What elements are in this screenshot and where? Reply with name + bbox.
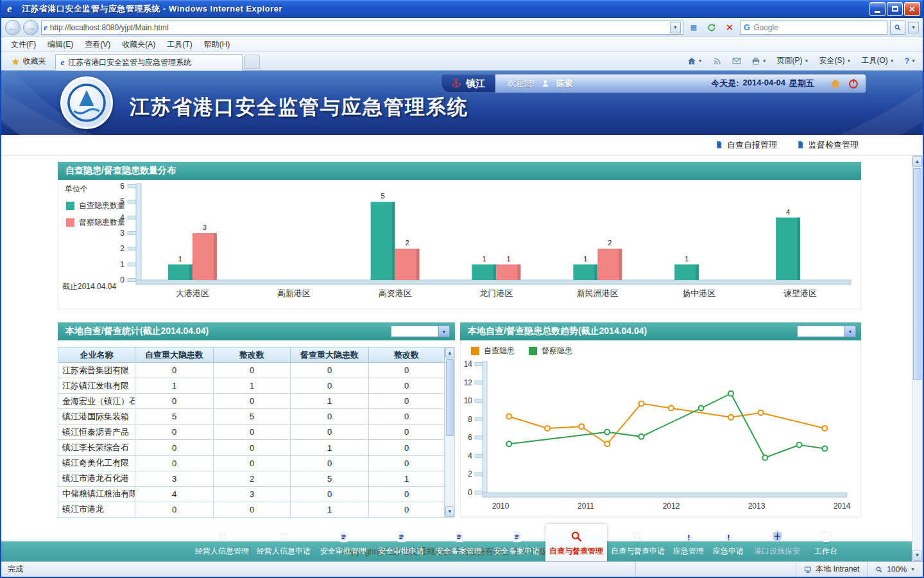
nav-safety-record-apply[interactable]: 安全备案申请 [488, 524, 545, 561]
table-row[interactable]: 镇江奇美化工有限0000 [58, 455, 445, 471]
company-name-cell: 镇江港国际集装箱 [58, 409, 135, 425]
page-scrollbar[interactable]: ▲ ▼ [912, 155, 923, 561]
scroll-down-button[interactable]: ▼ [912, 550, 922, 561]
table-row[interactable]: 中储粮镇江粮油有限4300 [58, 486, 445, 502]
search-box[interactable]: G Google [740, 21, 887, 35]
tools-menu-button[interactable]: 工具(O)▼ [857, 53, 898, 69]
svg-text:8: 8 [468, 415, 472, 424]
table-scrollbar[interactable]: ▲ ▼ [445, 347, 455, 518]
nav-workbench[interactable]: 工作台 [806, 524, 846, 561]
print-button[interactable]: ▼ [747, 54, 771, 68]
read-mail-button[interactable] [728, 54, 746, 68]
nav-selfcheck-supervision-apply[interactable]: 自查与督查申请 [607, 524, 669, 561]
value-cell: 0 [135, 455, 214, 471]
value-cell: 0 [369, 378, 445, 394]
compatibility-view-button[interactable]: ▦ [686, 20, 701, 35]
close-icon: × [909, 4, 915, 13]
svg-text:1: 1 [178, 255, 182, 263]
person-icon [541, 79, 550, 88]
nav-port-facility-security[interactable]: 港口设施保安 [748, 524, 806, 561]
city-badge: 镇江 [441, 74, 495, 92]
nav-safety-approval-apply[interactable]: 安全审批申请 [372, 524, 430, 561]
value-cell: 0 [135, 440, 214, 455]
safety-menu-button[interactable]: 安全(S)▼ [815, 53, 856, 69]
logout-power-icon[interactable] [848, 78, 859, 89]
app-title: 江苏省港口安全监管与应急管理系统 [130, 94, 468, 121]
help-button[interactable]: ?▼ [900, 54, 920, 68]
svg-text:谏壁港区: 谏壁港区 [783, 288, 817, 298]
favorites-button[interactable]: ★ 收藏夹 [5, 53, 53, 69]
table-row[interactable]: 镇江港国际集装箱5500 [58, 409, 445, 425]
scrollbar-track[interactable] [912, 167, 922, 550]
home-shortcut-icon[interactable] [830, 78, 841, 89]
table-row[interactable]: 镇江市港龙0010 [58, 502, 445, 517]
nav-emergency-mgmt[interactable]: 应急管理 [669, 524, 708, 561]
svg-text:1: 1 [506, 255, 510, 263]
value-cell: 0 [369, 455, 445, 471]
window-titlebar: e 江苏省港口安全监管与应急管理系统 - Windows Internet Ex… [1, 0, 923, 18]
menu-item-tools[interactable]: 工具(T) [161, 37, 198, 52]
page-menu-button[interactable]: 页面(P)▼ [773, 53, 814, 69]
sub-nav: 自查自报管理 监督检查管理 [1, 135, 923, 155]
table-row[interactable]: 金海宏业（镇江）石0010 [58, 394, 445, 409]
company-filter-select[interactable]: ▼ [391, 326, 450, 337]
nav-safety-approval-mgmt[interactable]: 安全审批管理 [314, 524, 372, 561]
new-tab-stub[interactable] [244, 55, 260, 69]
feeds-button[interactable] [708, 54, 726, 68]
stop-button[interactable]: ✕ [722, 20, 737, 35]
close-button[interactable]: × [904, 2, 920, 16]
subnav-self-report-mgmt[interactable]: 自查自报管理 [715, 139, 777, 151]
subnav-supervision-check-mgmt[interactable]: 监督检查管理 [796, 139, 859, 151]
nav-safety-record-mgmt[interactable]: 安全备案管理 [430, 524, 488, 561]
forward-button[interactable]: → [23, 20, 38, 35]
value-cell: 0 [291, 363, 369, 378]
address-dropdown-button[interactable]: ▼ [670, 22, 681, 33]
nav-operator-info-apply[interactable]: 经营人信息申请 [253, 524, 314, 561]
search-button[interactable] [890, 21, 905, 35]
maximize-button[interactable] [887, 2, 903, 16]
table-row[interactable]: 江苏镇江发电有限1100 [58, 378, 445, 394]
zoom-control[interactable]: 100% ▼ [867, 562, 923, 577]
legend-item-selfcheck: 自查隐患数量 [66, 200, 125, 211]
refresh-button[interactable] [704, 20, 719, 35]
value-cell: 0 [369, 486, 445, 502]
app-page: 江苏省港口安全监管与应急管理系统 镇江 欢迎您! 陈俊 今天是:2014-04-… [1, 71, 923, 561]
tab-title: 江苏省港口安全监管与应急管理系统 [68, 57, 236, 68]
minimize-button[interactable] [869, 2, 886, 16]
browser-tab[interactable]: e 江苏省港口安全监管与应急管理系统 [55, 54, 243, 71]
address-bar[interactable]: e http://localhost:8080/yjpt/Main.html ▼ [41, 21, 683, 35]
trend-panel-header: 本地自查/督查隐患总数趋势(截止2014.04.04) ▼ [460, 322, 861, 340]
table-row[interactable]: 镇江李长荣综合石0010 [58, 440, 445, 455]
col-selfcheck-hazards: 自查重大隐患数 [135, 347, 214, 363]
scroll-up-button[interactable]: ▲ [445, 347, 454, 358]
trend-filter-select[interactable]: ▼ [797, 326, 856, 337]
menu-item-edit[interactable]: 编辑(E) [42, 37, 79, 52]
back-button[interactable]: ← [5, 20, 21, 35]
value-cell: 5 [214, 409, 291, 425]
svg-text:2: 2 [468, 469, 472, 478]
table-row[interactable]: 镇江恒泰沥青产品0000 [58, 425, 445, 440]
scrollbar-thumb[interactable] [913, 168, 921, 380]
stats-table-body: 江苏索普集团有限0000江苏镇江发电有限1100金海宏业（镇江）石0010镇江港… [58, 363, 445, 518]
menu-item-favorites[interactable]: 收藏夹(A) [116, 37, 161, 52]
scrollbar-track[interactable] [445, 358, 454, 506]
svg-text:新民洲港区: 新民洲港区 [577, 288, 619, 298]
nav-emergency-apply[interactable]: 应急申请 [708, 524, 748, 561]
nav-operator-info-mgmt[interactable]: 经营人信息管理 [191, 524, 253, 561]
search-dropdown-button[interactable]: ▼ [908, 22, 919, 33]
table-row[interactable]: 镇江市港龙石化港3251 [58, 471, 445, 486]
scroll-down-button[interactable]: ▼ [445, 506, 454, 517]
svg-text:2: 2 [406, 239, 409, 247]
unit-label: 单位个 [65, 184, 88, 195]
scroll-up-button[interactable]: ▲ [912, 156, 922, 167]
menu-item-file[interactable]: 文件(F) [5, 37, 42, 52]
table-row[interactable]: 江苏索普集团有限0000 [58, 363, 445, 378]
scrollbar-thumb[interactable] [446, 359, 454, 436]
col-company: 企业名称 [58, 347, 135, 363]
menu-item-help[interactable]: 帮助(H) [198, 37, 236, 52]
value-cell: 0 [369, 394, 445, 409]
legend-item-selfcheck-trend: 自查隐患 [471, 346, 515, 356]
nav-selfcheck-supervision-mgmt[interactable]: 自查与督查管理 [545, 524, 607, 561]
home-button[interactable]: ▼ [683, 54, 707, 68]
menu-item-view[interactable]: 查看(V) [79, 37, 116, 52]
